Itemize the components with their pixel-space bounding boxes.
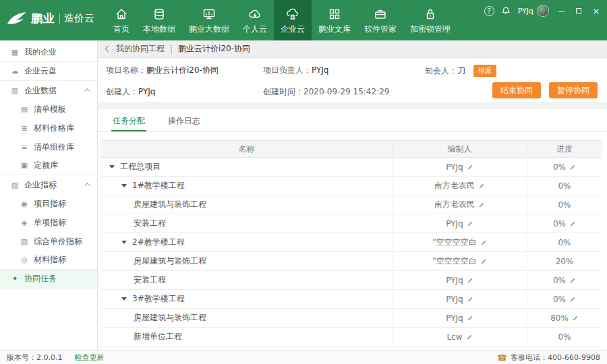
compiler-name: PYJq [446,295,463,304]
expand-icon[interactable] [109,165,115,169]
table-row[interactable]: 3#教学楼工程PYJq0% [101,290,602,309]
assign-button[interactable]: 指派 [473,65,496,77]
sidebar-item-label: 企业数据 [24,85,57,96]
edit-progress-icon[interactable] [572,315,579,322]
sidebar-item-label: 协同任务 [24,273,57,284]
task-name: 房屋建筑与装饰工程 [134,255,206,267]
edit-compiler-icon[interactable] [467,315,473,322]
project-manager: 项目负责人：PYJq [263,65,328,76]
expand-icon[interactable] [121,184,127,187]
project-manager-label: 项目负责人： [263,65,312,75]
project-creator: 创建人：PYJq [106,86,155,98]
edit-progress-icon[interactable] [569,164,576,171]
nav-item-local-data[interactable]: 本地数据 [136,0,182,40]
building-icon: ▦ [9,48,20,57]
nav-item-personal-cloud[interactable]: 个人云 [236,0,274,40]
task-name: 1#教学楼工程 [132,180,185,191]
edit-compiler-icon[interactable] [478,183,485,189]
sidebar-item-enterprise-cloud-disk[interactable]: ☁企业云盘 [0,62,97,81]
task-table: 名称 编制人 进度 工程总项目PYJq0%1#教学楼工程南方老农民0%房屋建筑与… [101,140,602,346]
tab-task-assignment[interactable]: 任务分配 [111,110,146,131]
column-header-compiler: 编制人 [393,141,527,157]
breadcrumb-root[interactable]: 我的协同工程 [116,43,165,55]
table-row[interactable]: 2#教学楼工程"空空空空白0% [101,233,602,252]
table-row[interactable]: 1#教学楼工程南方老农民0% [101,177,602,195]
nav-item-big-data[interactable]: 鹏业大数据 [182,0,236,40]
minimize-button[interactable] [556,5,567,16]
quota-icon: ▣ [19,161,30,170]
nav-item-dongle[interactable]: 加密锁管理 [403,0,457,40]
edit-progress-icon[interactable] [569,277,576,284]
compiler-cell: "空空空空白 [393,252,527,270]
table-row[interactable]: 工程总项目PYJq0% [101,158,602,177]
project-created-value: 2020-09-29 15:42:29 [304,87,389,96]
progress-value: 0% [558,238,571,247]
table-row[interactable]: 房屋建筑与装饰工程"空空空空白20% [101,252,602,271]
edit-compiler-icon[interactable] [480,258,487,265]
sidebar-item-unit-price-indicator[interactable]: ▧综合单价指标 [0,232,97,251]
edit-progress-icon[interactable] [569,296,576,303]
sidebar-item-quota-library[interactable]: ▣定额库 [0,156,97,175]
table-row[interactable]: 房屋建筑与装饰工程南方老农民0% [101,195,602,214]
sidebar-item-enterprise-indicator[interactable]: ▨企业指标 [0,175,97,194]
progress-cell: 80% [527,309,602,327]
edit-compiler-icon[interactable] [467,296,473,303]
task-name-cell: 3#教学楼工程 [101,290,393,308]
table-row[interactable]: 安装工程PYJq0% [101,271,602,290]
maximize-button[interactable] [573,5,584,16]
table-row[interactable]: 安装工程PYJq0% [101,214,602,233]
sidebar-item-enterprise-data[interactable]: ▥企业数据 [0,81,97,100]
close-button[interactable]: × [591,5,602,16]
nav-item-home[interactable]: 首页 [107,0,136,40]
end-collaboration-button[interactable]: 结束协同 [492,82,541,98]
nav-item-software-manager[interactable]: 软件管家 [357,0,403,40]
compiler-cell: 南方老农民 [393,195,527,214]
back-icon[interactable] [105,46,112,53]
help-icon[interactable]: ? [484,6,494,16]
project-notify-label: 知会人： [425,66,457,75]
project-info: 项目名称：鹏业云计价i20-协同 项目负责人：PYJq 知会人：刀 指派 创建人… [98,58,607,102]
sidebar-item-my-enterprise[interactable]: ▦我的企业 [0,43,97,62]
edit-compiler-icon[interactable] [480,239,487,246]
table-row[interactable]: 新增单位工程Lcw0% [101,328,602,346]
edit-compiler-icon[interactable] [466,334,473,340]
project-name-value: 鹏业云计价i20-协同 [146,65,219,75]
phone-icon: ☎ [497,353,507,363]
check-update-link[interactable]: 检查更新 [74,353,104,363]
nav-item-enterprise-cloud[interactable]: 企业云 [274,0,312,40]
version-label: 版本号： [7,353,36,363]
sidebar-item-material-price-library[interactable]: ⊞材料价格库 [0,119,97,138]
progress-value: 0% [553,219,566,229]
pause-collaboration-button[interactable]: 暂停协同 [549,82,598,98]
chevron-up-icon[interactable] [84,183,90,188]
edit-compiler-icon[interactable] [478,202,485,208]
sidebar-item-label: 清单组价库 [34,142,74,153]
chevron-up-icon[interactable] [84,88,90,94]
service-phone-text: 客服电话：400-660-9908 [511,353,600,363]
task-name-cell: 工程总项目 [101,158,393,176]
table-row[interactable]: 房屋建筑与装饰工程PYJq80% [101,309,602,328]
sidebar-item-single-indicator[interactable]: ◈单项指标 [0,213,97,232]
notification-icon[interactable] [501,6,511,16]
version-value: 2.0.0.1 [36,353,62,362]
data-icon: ▥ [9,86,20,95]
sidebar-item-material-indicator[interactable]: ◎材料指标 [0,251,97,270]
nav-item-library[interactable]: 鹏业文库 [312,0,357,40]
task-name: 房屋建筑与装饰工程 [134,312,206,324]
header-right: ? PYJq × [484,5,602,17]
sidebar-item-collaboration-task[interactable]: ✦协同任务 [0,270,97,289]
edit-compiler-icon[interactable] [467,220,473,227]
tab-operation-log[interactable]: 操作日志 [167,110,202,131]
sidebar-item-label: 清单模板 [34,104,66,115]
progress-cell: 0% [527,195,602,214]
sidebar-item-list-group-price-library[interactable]: ≡清单组价库 [0,138,97,156]
user-menu[interactable]: PYJq [518,5,549,17]
edit-compiler-icon[interactable] [467,277,473,284]
edit-compiler-icon[interactable] [467,164,473,171]
expand-icon[interactable] [121,297,127,301]
edit-progress-icon[interactable] [569,220,576,227]
personal-cloud-icon [248,7,262,21]
expand-icon[interactable] [121,241,127,244]
sidebar-item-list-template[interactable]: ▤清单模板 [0,100,97,119]
sidebar-item-project-indicator[interactable]: ◉项目指标 [0,194,97,213]
